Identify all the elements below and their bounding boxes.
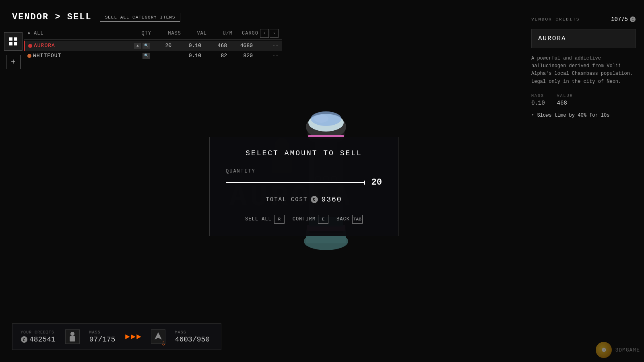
sell-all-action: SELL ALL R — [245, 215, 285, 224]
watermark-text: 3DMGAME — [615, 347, 640, 353]
col-upm-header: U/M — [208, 31, 233, 36]
credit-icon-bottom: C — [21, 336, 28, 343]
row-upm-aurora: 4680 — [229, 43, 253, 49]
row-qty-aurora: 20 — [151, 43, 171, 49]
total-cost-display: TOTAL COST C 9360 — [226, 195, 382, 204]
row-val-whiteout: 82 — [203, 53, 227, 59]
slider-fill — [226, 182, 365, 183]
col-all-header: ALL — [34, 31, 130, 36]
svg-text:C: C — [23, 338, 25, 342]
item-stats: MASS 0.10 VALUE 468 — [531, 94, 636, 106]
quantity-slider[interactable] — [226, 182, 365, 183]
row-indicator-whiteout — [27, 54, 31, 58]
total-cost-label: TOTAL COST — [266, 196, 308, 203]
sidebar-icon-add[interactable]: + — [6, 55, 21, 69]
mass-section: MASS 97/175 — [89, 330, 116, 343]
row-icons-whiteout: 🔍 — [142, 53, 150, 59]
page-title: VENDOR > SELL — [12, 12, 92, 22]
back-key-button[interactable]: TAB — [352, 215, 363, 224]
row-name-whiteout: WHITEOUT — [33, 53, 141, 59]
nav-prev-button[interactable]: ‹ — [260, 29, 269, 38]
watermark-logo: ☻ — [596, 342, 612, 358]
mass-label: MASS — [89, 330, 116, 335]
sidebar-icon-grid[interactable] — [4, 32, 23, 51]
credits-value: C 482541 — [21, 335, 56, 343]
back-label: BACK — [336, 216, 350, 222]
stat-value-label: VALUE — [557, 94, 573, 98]
header: VENDOR > SELL SELL ALL CATEGORY ITEMS — [12, 12, 180, 22]
row-upm-whiteout: 820 — [229, 53, 253, 59]
credit-icon: C — [311, 196, 318, 203]
row-val-aurora: 468 — [203, 43, 227, 49]
vendor-credits-value: 10775 C — [611, 16, 636, 23]
quantity-value: 20 — [370, 177, 382, 187]
ship-mass-value: 4603/950 — [175, 335, 210, 343]
confirm-action: CONFIRM E — [293, 215, 328, 224]
svg-point-28 — [70, 332, 74, 336]
row-icons-aurora: ▲ 🔍 — [134, 43, 150, 49]
row-mass-whiteout: 0.10 — [173, 53, 201, 59]
vendor-credits-label: VENDOR CREDITS — [531, 17, 580, 22]
row-indicator-aurora — [28, 44, 32, 48]
row-icon-1: ▲ — [134, 43, 141, 49]
item-name-box: AURORA — [531, 29, 636, 48]
confirm-label: CONFIRM — [293, 216, 316, 222]
stat-mass-value: 0.10 — [531, 100, 545, 106]
sell-all-category-button[interactable]: SELL ALL CATEGORY ITEMS — [100, 13, 181, 22]
svg-rect-29 — [70, 336, 75, 341]
credits-label: YOUR CREDITS — [21, 330, 56, 335]
arrow-icon-3: ► — [136, 332, 141, 341]
table-header: ● ALL QTY MASS VAL U/M CARGO ‹ › — [24, 27, 282, 40]
left-sidebar: + — [4, 32, 23, 69]
back-action: BACK TAB — [336, 215, 363, 224]
quantity-section: QUANTITY 20 — [226, 169, 382, 187]
transfer-arrows: ► ► ► — [125, 332, 141, 341]
col-dot: ● — [27, 31, 32, 36]
modal-title: SELECT AMOUNT TO SELL — [226, 149, 382, 157]
ship-icon-badge: ⇩ — [161, 339, 166, 348]
col-cargo-header: CARGO — [234, 31, 258, 36]
slider-thumb — [364, 181, 365, 185]
row-cargo-whiteout: -- — [254, 53, 279, 59]
row-name-aurora: AURORA — [34, 43, 132, 49]
sell-amount-modal: SELECT AMOUNT TO SELL QUANTITY 20 TOTAL … — [209, 137, 398, 236]
stat-value-value: 468 — [557, 100, 573, 106]
svg-rect-0 — [9, 37, 12, 41]
vendor-credits-header: VENDOR CREDITS 10775 C — [531, 16, 636, 23]
ship-mass-section: MASS 4603/950 — [175, 330, 210, 343]
col-qty-header: QTY — [131, 31, 151, 36]
right-panel: VENDOR CREDITS 10775 C AURORA A powerful… — [523, 8, 644, 126]
svg-text:C: C — [632, 18, 634, 22]
svg-point-16 — [311, 111, 341, 126]
bottom-bar: YOUR CREDITS C 482541 MASS 97/175 ► ► ► … — [12, 323, 221, 350]
row-icon-search: 🔍 — [142, 53, 150, 59]
quantity-label: QUANTITY — [226, 169, 382, 174]
plus-icon: + — [11, 58, 16, 67]
quantity-slider-container: 20 — [226, 177, 382, 187]
sell-all-label: SELL ALL — [245, 216, 272, 222]
confirm-key-button[interactable]: E — [318, 215, 328, 224]
ship-mass-label: MASS — [175, 330, 210, 335]
modal-actions: SELL ALL R CONFIRM E BACK TAB — [226, 215, 382, 224]
mass-value: 97/175 — [89, 335, 116, 343]
table-row-aurora[interactable]: AURORA ▲ 🔍 20 0.10 468 4680 -- — [24, 41, 282, 51]
character-icon — [65, 329, 80, 344]
svg-rect-3 — [14, 42, 17, 45]
row-cargo-aurora: -- — [254, 43, 279, 49]
item-description: A powerful and addictive hallucinogen de… — [531, 55, 636, 86]
table-row-whiteout[interactable]: WHITEOUT 🔍 0.10 82 820 -- — [24, 51, 282, 61]
sell-all-key-button[interactable]: R — [274, 215, 285, 224]
stat-mass-label: MASS — [531, 94, 545, 98]
svg-rect-2 — [9, 42, 12, 45]
ship-icon-container: ⇩ — [151, 329, 165, 344]
item-effect: Slows time by 40% for 10s — [531, 113, 636, 118]
credits-section: YOUR CREDITS C 482541 — [21, 330, 56, 343]
person-svg — [68, 331, 77, 342]
nav-next-button[interactable]: › — [270, 29, 279, 38]
row-icon-2: 🔍 — [142, 43, 150, 49]
svg-marker-30 — [155, 332, 162, 339]
stat-value: VALUE 468 — [557, 94, 573, 106]
watermark: ☻ 3DMGAME — [596, 342, 640, 358]
item-name: AURORA — [538, 35, 629, 42]
credits-icon-small: C — [630, 16, 636, 23]
